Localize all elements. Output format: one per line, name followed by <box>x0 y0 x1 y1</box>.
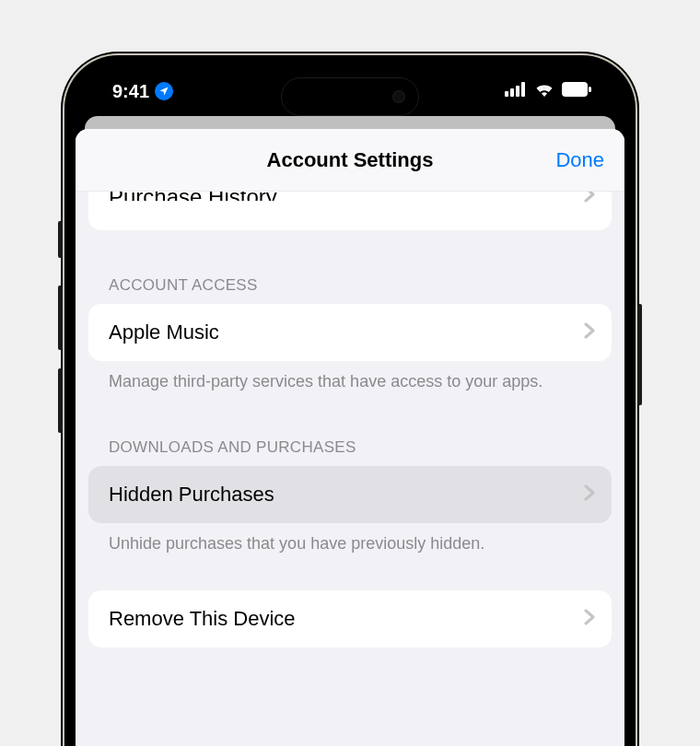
modal-sheet: Account Settings Done Purchase History A… <box>76 129 624 746</box>
svg-rect-0 <box>505 91 508 97</box>
chevron-right-icon <box>584 321 595 344</box>
page-title: Account Settings <box>267 148 434 172</box>
scroll-content[interactable]: Purchase History ACCOUNT ACCESS Apple Mu… <box>76 192 624 647</box>
section-footer-downloads: Unhide purchases that you have previousl… <box>88 523 612 554</box>
battery-icon <box>562 82 591 100</box>
svg-rect-3 <box>521 82 525 97</box>
cell-group-purchase-history: Purchase History <box>88 192 612 230</box>
status-bar: 9:41 <box>76 66 624 116</box>
cell-group-remove-device: Remove This Device <box>88 590 612 647</box>
svg-rect-1 <box>510 88 514 97</box>
nav-bar: Account Settings Done <box>76 129 624 192</box>
side-button <box>58 221 63 258</box>
cellular-icon <box>505 82 527 100</box>
row-label: Apple Music <box>109 321 219 344</box>
chevron-right-icon <box>584 607 595 631</box>
row-purchase-history[interactable]: Purchase History <box>88 192 612 230</box>
svg-rect-2 <box>516 86 519 97</box>
svg-rect-4 <box>562 82 588 97</box>
side-button <box>58 286 63 350</box>
section-header-account-access: ACCOUNT ACCESS <box>88 276 612 304</box>
row-label: Hidden Purchases <box>109 483 274 507</box>
row-remove-device[interactable]: Remove This Device <box>88 590 612 647</box>
row-apple-music[interactable]: Apple Music <box>88 304 612 361</box>
side-button <box>637 304 642 405</box>
row-label: Purchase History <box>109 192 277 201</box>
status-time: 9:41 <box>112 81 149 102</box>
section-header-downloads: DOWNLOADS AND PURCHASES <box>88 438 612 466</box>
camera-icon <box>392 90 405 103</box>
done-button[interactable]: Done <box>555 148 604 172</box>
phone-frame: 9:41 <box>64 55 636 746</box>
phone-screen: 9:41 <box>76 66 624 746</box>
chevron-right-icon <box>584 483 595 507</box>
svg-rect-5 <box>589 87 591 92</box>
dynamic-island <box>281 77 419 116</box>
wifi-icon <box>534 82 554 100</box>
chevron-right-icon <box>584 192 595 208</box>
row-hidden-purchases[interactable]: Hidden Purchases <box>88 466 612 523</box>
cell-group-account-access: Apple Music <box>88 304 612 361</box>
row-label: Remove This Device <box>109 607 296 631</box>
cell-group-hidden-purchases: Hidden Purchases <box>88 466 612 523</box>
section-footer-account-access: Manage third-party services that have ac… <box>88 361 612 392</box>
location-icon <box>155 82 173 100</box>
side-button <box>58 368 63 433</box>
